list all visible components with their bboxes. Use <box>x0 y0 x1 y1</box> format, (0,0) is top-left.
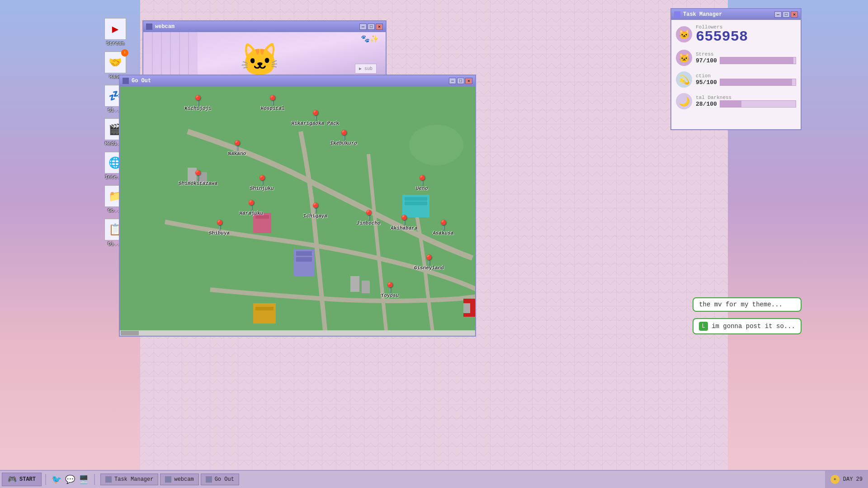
map-title: Go Out <box>123 78 151 84</box>
map-pin-ichigaya[interactable]: 📍 Ichigaya <box>303 204 327 219</box>
taskbar-icon-line[interactable]: 💬 <box>65 474 75 484</box>
followers-avatar: 🐱 <box>676 26 692 42</box>
map-minimize[interactable]: — <box>449 78 456 84</box>
taskmanager-titlebar[interactable]: Task Manager — □ ✕ <box>671 9 801 20</box>
map-pin-shinjuku[interactable]: 📍 Shinjuku <box>250 177 274 191</box>
taskmanager-minimize[interactable]: — <box>774 11 782 18</box>
map-scrollbar-thumb[interactable] <box>121 331 139 335</box>
affection-label: ction <box>696 73 796 79</box>
map-pin-hospital[interactable]: 📍 Hospital <box>261 97 285 111</box>
start-button[interactable]: 🎮 START <box>2 473 42 486</box>
map-content[interactable]: 📍 Kichijoji 📍 Hospital 📍 Hikarigaoka Pac… <box>120 86 475 336</box>
chat-bubble-2: L im gonna post it so... <box>693 318 802 334</box>
taskbar-task-goout[interactable]: Go Out <box>201 474 239 485</box>
task-icon-goout <box>206 476 212 483</box>
desktop-icon-stream[interactable]: ▶ Stream <box>99 18 131 46</box>
chat-bubble-1: the mv for my theme... <box>693 297 802 312</box>
map-pin-nakano[interactable]: 📍 Nakano <box>228 142 246 156</box>
darkness-avatar: 🌙 <box>676 93 692 109</box>
affection-avatar: 💫 <box>676 71 692 88</box>
taskbar-divider-2 <box>94 474 95 485</box>
map-title-icon <box>123 78 129 84</box>
taskmanager-content: 🐱 Followers 655958 🐱 Stress 97/100 <box>671 20 801 129</box>
map-pin-harajuku[interactable]: 📍 Harajuku <box>239 202 263 216</box>
webcam-subscribe-btn[interactable]: ▶ sub <box>355 64 377 74</box>
start-label: START <box>19 476 36 483</box>
webcam-title-icon <box>146 23 152 30</box>
webcam-content: 🐱 🐾✨ ▶ sub <box>143 32 386 78</box>
map-titlebar[interactable]: Go Out — □ ✕ <box>120 75 475 86</box>
map-pin-shimokitazawa[interactable]: 📍 Shimokitazawa <box>179 172 217 186</box>
stress-bar <box>720 57 796 64</box>
day-label: DAY 29 <box>843 476 863 483</box>
map-scrollbar[interactable] <box>120 330 475 336</box>
map-pin-toyosu[interactable]: 📍 Toyosu <box>381 284 399 298</box>
sun-icon: ☀ <box>830 475 840 484</box>
webcam-titlebar[interactable]: webcam — □ ✕ <box>143 21 386 32</box>
map-maximize[interactable]: □ <box>457 78 464 84</box>
taskmanager-maximize[interactable]: □ <box>783 11 790 18</box>
taskmanager-window: Task Manager — □ ✕ 🐱 Followers 655958 🐱 … <box>670 8 802 130</box>
affection-bar-container: 95/100 <box>696 79 796 86</box>
svg-rect-28 <box>463 303 470 313</box>
followers-value: 655958 <box>696 30 796 44</box>
darkness-bar-container: 28/100 <box>696 100 796 108</box>
map-pin-jinbocho[interactable]: 📍 Jinbocho <box>357 211 381 226</box>
webcam-close[interactable]: ✕ <box>376 23 383 30</box>
affection-bar <box>720 79 796 86</box>
webcam-minimize[interactable]: — <box>359 23 367 30</box>
followers-info: Followers 655958 <box>696 24 796 44</box>
taskbar-task-webcam[interactable]: webcam <box>160 474 198 485</box>
line-icon: L <box>699 322 708 331</box>
webcam-character: 🐱 <box>240 47 279 78</box>
map-pin-ikebukuro[interactable]: 📍 Ikebukuro <box>330 131 357 146</box>
taskmanager-controls: — □ ✕ <box>774 11 798 18</box>
affection-row: 💫 ction 95/100 <box>676 71 796 88</box>
svg-rect-15 <box>405 202 427 205</box>
svg-rect-17 <box>296 251 312 256</box>
followers-row: 🐱 Followers 655958 <box>676 24 796 44</box>
taskbar-divider-1 <box>45 474 46 485</box>
map-pin-hikarigaoka[interactable]: 📍 Hikarigaoka Pack <box>291 112 339 126</box>
map-pin-ueno[interactable]: 📍 Ueno <box>416 177 428 191</box>
taskmanager-title-icon <box>674 11 680 18</box>
map-pin-asakusa[interactable]: 📍 Asakusa <box>433 221 453 236</box>
map-pin-akihabara[interactable]: 📍 Akihabara <box>391 216 417 231</box>
map-close[interactable]: ✕ <box>465 78 472 84</box>
taskbar-icon-monitor[interactable]: 🖥️ <box>79 474 89 484</box>
stress-row: 🐱 Stress 97/100 <box>676 50 796 66</box>
darkness-bar-fill <box>720 101 741 107</box>
stress-label: Stress <box>696 52 796 57</box>
webcam-maximize[interactable]: □ <box>368 23 375 30</box>
taskbar-icon-twitter[interactable]: 🐦 <box>52 474 61 484</box>
notif-bubble-hang: ! <box>121 49 128 56</box>
svg-rect-18 <box>296 257 312 262</box>
svg-point-11 <box>409 125 463 165</box>
taskmanager-close[interactable]: ✕ <box>791 11 798 18</box>
stress-avatar: 🐱 <box>676 50 692 66</box>
task-icon-taskmanager <box>105 476 112 483</box>
stress-info: Stress 97/100 <box>696 52 796 64</box>
svg-rect-14 <box>405 197 427 201</box>
darkness-bar <box>720 100 796 108</box>
svg-rect-21 <box>253 303 276 324</box>
darkness-row: 🌙 tal Darkness 28/100 <box>676 93 796 109</box>
taskbar-tasks: Task Manager webcam Go Out <box>97 474 825 485</box>
taskbar-task-taskmanager[interactable]: Task Manager <box>100 474 158 485</box>
taskbar-quick-launch: 🐦 💬 🖥️ <box>48 474 92 484</box>
affection-info: ction 95/100 <box>696 73 796 86</box>
svg-rect-22 <box>255 307 274 310</box>
start-icon: 🎮 <box>8 475 17 484</box>
affection-value: 95/100 <box>696 79 717 86</box>
map-pin-kichijoji[interactable]: 📍 Kichijoji <box>184 97 211 111</box>
webcam-decorations: 🐾✨ <box>361 34 379 43</box>
taskbar-clock: ☀ DAY 29 <box>825 471 868 488</box>
webcam-title: webcam <box>146 23 175 30</box>
stress-bar-container: 97/100 <box>696 57 796 64</box>
map-controls: — □ ✕ <box>449 78 472 84</box>
svg-rect-27 <box>362 281 370 293</box>
map-pin-gisneyland[interactable]: 📍 Gisneyland <box>414 256 444 271</box>
affection-bar-fill <box>720 79 792 85</box>
map-pin-shibuya[interactable]: 📍 Shibuya <box>209 221 230 236</box>
taskmanager-title-text: Task Manager <box>674 11 722 18</box>
